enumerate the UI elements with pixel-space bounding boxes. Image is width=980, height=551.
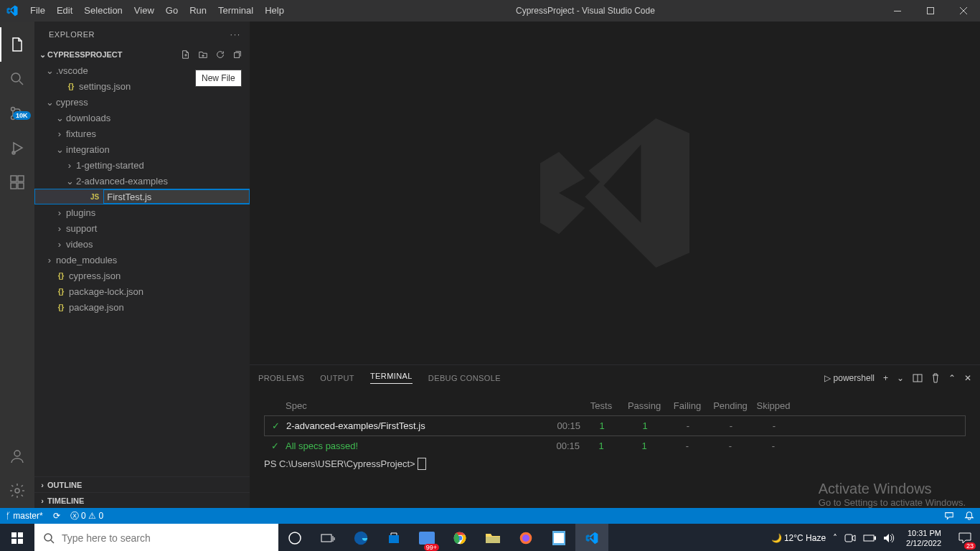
task-view-icon[interactable] — [311, 524, 344, 551]
rename-input-row[interactable]: JS — [34, 189, 250, 204]
svg-point-3 — [11, 108, 15, 111]
cortana-icon[interactable] — [278, 524, 311, 551]
explorer-folder-icon[interactable] — [476, 524, 509, 551]
accounts-icon[interactable] — [0, 439, 34, 474]
svg-rect-32 — [875, 537, 876, 540]
menu-view[interactable]: View — [128, 0, 160, 22]
folder-fixtures[interactable]: ›fixtures — [34, 126, 250, 141]
branch-indicator[interactable]: ᚶ master* — [6, 511, 43, 521]
news-icon[interactable]: 99+ — [410, 524, 443, 551]
file-cypress-json[interactable]: {}cypress.json — [34, 268, 250, 283]
col-tests: Tests — [580, 400, 623, 411]
taskbar-clock[interactable]: 10:31 PM 2/12/2022 — [902, 528, 946, 548]
collapse-all-icon[interactable] — [232, 50, 242, 60]
explorer-more-icon[interactable]: ··· — [230, 30, 241, 39]
extensions-icon[interactable] — [0, 165, 34, 199]
editor-watermark — [250, 22, 980, 364]
col-passing: Passing — [623, 400, 666, 411]
tray-chevron-icon[interactable]: ˄ — [833, 533, 837, 543]
volume-icon[interactable] — [883, 533, 895, 543]
notepad-icon[interactable] — [542, 524, 575, 551]
folder-videos[interactable]: ›videos — [34, 236, 250, 252]
folder-node-modules[interactable]: ›node_modules — [34, 252, 250, 268]
rename-input[interactable] — [103, 189, 250, 204]
weather-widget[interactable]: 🌙 12°C Haze — [771, 533, 826, 543]
editor-area: PROBLEMS OUTPUT TERMINAL DEBUG CONSOLE ▷… — [250, 22, 980, 508]
start-button[interactable] — [0, 524, 34, 551]
menu-go[interactable]: Go — [160, 0, 184, 22]
js-file-icon: JS — [90, 193, 99, 201]
svg-point-19 — [44, 534, 52, 541]
menu-help[interactable]: Help — [259, 0, 290, 22]
notifications-bell-icon[interactable] — [964, 511, 974, 521]
project-name: CYPRESSPROJECT — [47, 50, 123, 59]
scm-badge: 10K — [13, 111, 31, 120]
menu-terminal[interactable]: Terminal — [212, 0, 259, 22]
svg-rect-17 — [11, 539, 17, 544]
problems-indicator[interactable]: ⓧ 0 ⚠ 0 — [70, 510, 103, 522]
feedback-icon[interactable] — [944, 511, 954, 521]
new-folder-icon[interactable] — [198, 50, 208, 60]
folder-integration[interactable]: ⌄integration — [34, 141, 250, 157]
kill-terminal-icon[interactable] — [931, 373, 940, 383]
run-debug-icon[interactable] — [0, 131, 34, 165]
windows-taskbar: Type here to search 99+ 🌙 12°C Haze ˄ 10… — [0, 524, 980, 551]
chrome-icon[interactable] — [443, 524, 476, 551]
terminal-dropdown-icon[interactable]: ⌄ — [897, 373, 904, 383]
menu-file[interactable]: File — [24, 0, 51, 22]
tab-problems[interactable]: PROBLEMS — [258, 374, 304, 382]
search-icon[interactable] — [0, 62, 34, 96]
meet-now-icon[interactable] — [844, 533, 856, 543]
maximize-panel-icon[interactable]: ⌃ — [948, 373, 956, 383]
folder-support[interactable]: ›support — [34, 220, 250, 236]
outline-section[interactable]: ›OUTLINE — [34, 476, 250, 492]
refresh-icon[interactable] — [215, 50, 225, 60]
explorer-icon[interactable] — [0, 27, 34, 62]
vscode-taskbar-icon[interactable] — [575, 524, 608, 551]
new-file-icon[interactable] — [181, 50, 191, 60]
svg-point-20 — [289, 532, 301, 544]
new-terminal-icon[interactable]: + — [883, 373, 888, 383]
status-bar: ᚶ master* ⟳ ⓧ 0 ⚠ 0 — [0, 508, 980, 524]
svg-rect-15 — [11, 532, 17, 537]
battery-icon[interactable] — [863, 534, 876, 542]
store-icon[interactable] — [377, 524, 410, 551]
folder-getting-started[interactable]: ›1-getting-started — [34, 157, 250, 173]
menu-run[interactable]: Run — [184, 0, 212, 22]
edge-icon[interactable] — [344, 524, 377, 551]
maximize-button[interactable] — [914, 0, 947, 22]
folder-cypress[interactable]: ⌄cypress — [34, 94, 250, 110]
vscode-logo-icon — [0, 4, 24, 17]
settings-gear-icon[interactable] — [0, 474, 34, 508]
tab-terminal[interactable]: TERMINAL — [370, 372, 413, 384]
timeline-section[interactable]: ›TIMELINE — [34, 492, 250, 508]
close-button[interactable] — [947, 0, 980, 22]
split-terminal-icon[interactable] — [913, 373, 923, 383]
action-center-icon[interactable]: 23 — [953, 524, 977, 551]
close-panel-icon[interactable]: ✕ — [964, 373, 971, 383]
sync-icon[interactable]: ⟳ — [53, 511, 60, 521]
tab-output[interactable]: OUTPUT — [320, 374, 354, 382]
folder-advanced-examples[interactable]: ⌄2-advanced-examples — [34, 173, 250, 189]
svg-rect-7 — [11, 176, 17, 182]
folder-plugins[interactable]: ›plugins — [34, 204, 250, 220]
spec-result-row: ✓ 2-advanced-examples/FirstTest.js 00:15… — [265, 420, 965, 431]
tab-debug-console[interactable]: DEBUG CONSOLE — [428, 374, 501, 382]
explorer-sidebar: EXPLORER ··· ⌄ CYPRESSPROJECT New File ⌄… — [34, 22, 250, 508]
new-file-tooltip: New File — [195, 70, 242, 87]
terminal-shell-label[interactable]: ▷powershell — [824, 373, 875, 383]
project-header[interactable]: ⌄ CYPRESSPROJECT — [34, 47, 250, 62]
svg-rect-9 — [11, 183, 17, 189]
minimize-button[interactable] — [881, 0, 914, 22]
svg-rect-10 — [18, 183, 24, 189]
menu-edit[interactable]: Edit — [51, 0, 78, 22]
file-package-json[interactable]: {}package.json — [34, 299, 250, 315]
menu-selection[interactable]: Selection — [78, 0, 128, 22]
firefox-icon[interactable] — [509, 524, 542, 551]
news-badge: 99+ — [424, 544, 439, 551]
terminal-prompt[interactable]: PS C:\Users\USER\CypressProject> — [264, 458, 966, 469]
folder-downloads[interactable]: ⌄downloads — [34, 110, 250, 126]
col-spec: Spec — [264, 400, 522, 411]
taskbar-search[interactable]: Type here to search — [34, 524, 278, 551]
file-package-lock-json[interactable]: {}package-lock.json — [34, 283, 250, 299]
